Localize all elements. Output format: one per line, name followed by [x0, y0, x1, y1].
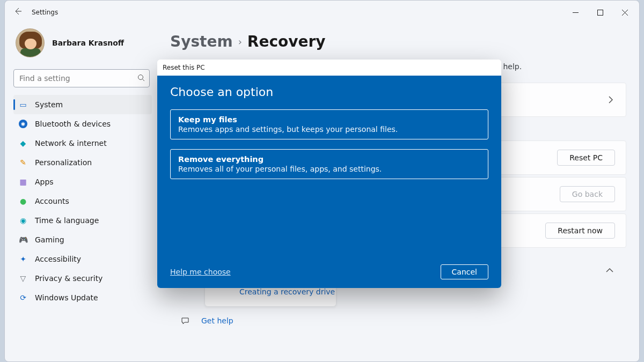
- sidebar-item-accessibility[interactable]: ✦ Accessibility: [13, 249, 152, 269]
- sidebar-item-accounts[interactable]: ● Accounts: [13, 191, 152, 211]
- svg-rect-1: [597, 10, 603, 15]
- get-help-link[interactable]: Get help: [201, 316, 233, 325]
- svg-line-5: [143, 79, 145, 81]
- close-button[interactable]: [612, 4, 637, 21]
- back-button[interactable]: [7, 7, 28, 18]
- bluetooth-icon: ✱: [19, 120, 27, 128]
- shield-icon: ▽: [19, 274, 27, 283]
- settings-window: Settings Barbara Krasnoff ▭ System: [4, 0, 640, 362]
- sidebar-item-network[interactable]: ◆ Network & internet: [13, 134, 152, 153]
- update-icon: ⟳: [19, 293, 27, 302]
- reset-pc-dialog: Reset this PC Choose an option Keep my f…: [157, 60, 501, 288]
- apps-icon: ▦: [19, 178, 27, 186]
- option-title: Keep my files: [178, 115, 480, 124]
- maximize-button[interactable]: [588, 4, 612, 21]
- sidebar: Barbara Krasnoff ▭ System ✱ Bluetooth & …: [5, 24, 156, 361]
- window-title: Settings: [32, 9, 58, 16]
- help-me-choose-link[interactable]: Help me choose: [170, 268, 231, 276]
- minimize-button[interactable]: [563, 4, 588, 21]
- profile-block[interactable]: Barbara Krasnoff: [13, 24, 152, 62]
- sidebar-item-label: Network & internet: [35, 139, 107, 147]
- dialog-title: Reset this PC: [157, 60, 501, 76]
- minimize-icon: [573, 10, 579, 16]
- reset-pc-button[interactable]: Reset PC: [557, 150, 615, 166]
- sidebar-item-personalization[interactable]: ✎ Personalization: [13, 153, 152, 172]
- breadcrumb-current: Recovery: [247, 33, 326, 50]
- dialog-footer: Help me choose Cancel: [170, 264, 488, 279]
- avatar: [16, 28, 45, 57]
- search-icon: [137, 74, 145, 83]
- sidebar-item-label: Apps: [35, 178, 54, 186]
- username: Barbara Krasnoff: [52, 39, 124, 47]
- sidebar-item-apps[interactable]: ▦ Apps: [13, 172, 152, 191]
- sidebar-item-label: Bluetooth & devices: [35, 120, 111, 128]
- dialog-body: Choose an option Keep my files Removes a…: [157, 76, 501, 288]
- cancel-button[interactable]: Cancel: [441, 264, 488, 279]
- brush-icon: ✎: [19, 158, 27, 167]
- back-arrow-icon: [13, 7, 22, 16]
- system-icon: ▭: [19, 100, 27, 109]
- sidebar-item-system[interactable]: ▭ System: [13, 95, 152, 114]
- option-keep-my-files[interactable]: Keep my files Removes apps and settings,…: [170, 109, 488, 139]
- dialog-heading: Choose an option: [170, 85, 488, 99]
- sidebar-item-label: Accounts: [35, 197, 69, 205]
- chevron-right-icon: ›: [238, 36, 242, 47]
- sidebar-item-privacy[interactable]: ▽ Privacy & security: [13, 269, 152, 288]
- search-box[interactable]: [13, 69, 150, 87]
- search-input[interactable]: [19, 74, 137, 83]
- maximize-icon: [597, 10, 603, 16]
- accessibility-icon: ✦: [19, 255, 27, 263]
- sidebar-item-label: Accessibility: [35, 255, 81, 263]
- option-desc: Removes apps and settings, but keeps you…: [178, 125, 480, 134]
- sidebar-item-label: Personalization: [35, 158, 92, 167]
- option-desc: Removes all of your personal files, apps…: [178, 165, 480, 173]
- sidebar-item-label: Gaming: [35, 235, 64, 244]
- breadcrumb-parent[interactable]: System: [170, 33, 233, 50]
- sidebar-item-time-language[interactable]: ◉ Time & language: [13, 211, 152, 230]
- nav: ▭ System ✱ Bluetooth & devices ◆ Network…: [13, 95, 152, 307]
- globe-icon: ◉: [19, 216, 27, 225]
- svg-point-4: [138, 75, 143, 79]
- sidebar-item-label: Time & language: [35, 216, 99, 225]
- sidebar-item-bluetooth[interactable]: ✱ Bluetooth & devices: [13, 114, 152, 134]
- chevron-up-icon: [606, 266, 613, 275]
- recovery-drive-link[interactable]: Creating a recovery drive: [239, 287, 335, 296]
- chat-help-icon: [181, 316, 189, 325]
- restart-now-button[interactable]: Restart now: [545, 223, 615, 239]
- window-controls: [563, 4, 637, 21]
- go-back-button: Go back: [560, 186, 615, 202]
- person-icon: ●: [19, 197, 27, 205]
- titlebar: Settings: [5, 1, 639, 24]
- chevron-right-icon: [606, 95, 615, 104]
- sidebar-item-label: System: [35, 100, 63, 109]
- sidebar-item-gaming[interactable]: 🎮 Gaming: [13, 230, 152, 249]
- sidebar-item-label: Privacy & security: [35, 274, 103, 283]
- wifi-icon: ◆: [19, 139, 27, 147]
- gamepad-icon: 🎮: [19, 235, 27, 244]
- option-title: Remove everything: [178, 155, 480, 164]
- get-help-row: Get help: [170, 309, 626, 325]
- close-icon: [622, 10, 628, 16]
- breadcrumb: System › Recovery: [170, 33, 626, 50]
- option-remove-everything[interactable]: Remove everything Removes all of your pe…: [170, 149, 488, 179]
- sidebar-item-label: Windows Update: [35, 293, 98, 302]
- sidebar-item-windows-update[interactable]: ⟳ Windows Update: [13, 288, 152, 307]
